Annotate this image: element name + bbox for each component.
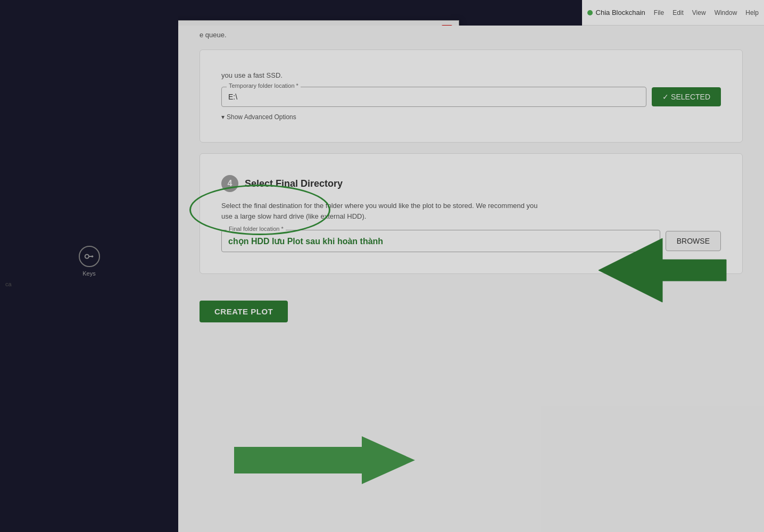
dialog-backdrop: [0, 0, 764, 532]
